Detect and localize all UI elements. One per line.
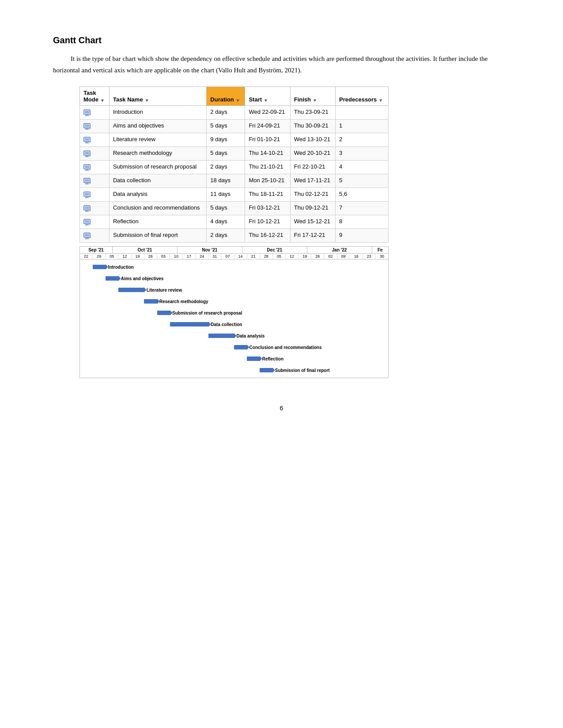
pred-sort-arrow[interactable]: ▼	[378, 98, 383, 103]
start-cell: Thu 16-12-21	[245, 229, 290, 243]
chart-row: Aims and objectives	[80, 273, 388, 284]
col-task-mode: TaskMode ▼	[80, 87, 110, 106]
chart-row: Data collection	[80, 319, 388, 330]
duration-cell: 5 days	[207, 147, 245, 161]
chart-row: Data analysis	[80, 330, 388, 341]
chart-row: Introduction	[80, 261, 388, 273]
task-mode-icon	[83, 204, 91, 212]
duration-cell: 5 days	[207, 202, 245, 215]
pred-cell: 2	[336, 133, 389, 147]
gantt-bar	[208, 334, 234, 338]
pred-cell: 5	[336, 174, 389, 188]
col-start: Start ▼	[245, 87, 290, 106]
duration-sort-arrow[interactable]: ▼	[236, 98, 240, 103]
chart-body: IntroductionAims and objectivesLiteratur…	[80, 259, 388, 378]
week-03a: 03	[157, 254, 170, 259]
task-mode-cell	[80, 188, 110, 202]
task-name-cell: Reflection	[109, 215, 206, 229]
week-14: 14	[234, 254, 247, 259]
gantt-table: TaskMode ▼ Task Name ▼ Duration ▼ Start …	[79, 86, 389, 243]
chart-row: Research methodology	[80, 296, 388, 307]
task-name-cell: Submission of research proposal	[109, 161, 206, 174]
task-mode-icon	[83, 218, 91, 226]
task-mode-icon	[83, 163, 91, 171]
pred-cell: 5,6	[336, 188, 389, 202]
week-09: 09	[337, 254, 350, 259]
svg-rect-26	[85, 179, 89, 182]
task-mode-cell	[80, 229, 110, 243]
gantt-bar	[170, 322, 208, 326]
week-numbers-row: 22 29 05 12 19 26 03 10 17 24 31 07 14 2…	[80, 254, 388, 259]
week-19b: 19	[299, 254, 311, 259]
finish-sort-arrow[interactable]: ▼	[313, 98, 317, 103]
duration-cell: 5 days	[207, 120, 245, 133]
task-mode-sort-arrow[interactable]: ▼	[100, 98, 105, 103]
chart-task-label: Submission of final report	[274, 368, 330, 373]
week-29: 29	[93, 254, 106, 259]
duration-cell: 18 days	[207, 174, 245, 188]
gantt-bar	[118, 288, 144, 292]
pred-cell	[336, 106, 389, 120]
week-19a: 19	[132, 254, 144, 259]
task-mode-icon	[83, 232, 91, 240]
chart-rows-container: IntroductionAims and objectivesLiteratur…	[80, 261, 388, 376]
week-28: 28	[260, 254, 273, 259]
week-26a: 26	[144, 254, 157, 259]
col-task-name: Task Name ▼	[109, 87, 206, 106]
svg-rect-36	[85, 206, 89, 209]
svg-rect-16	[85, 152, 89, 154]
task-mode-icon	[83, 136, 91, 144]
task-mode-cell	[80, 106, 110, 120]
start-cell: Fri 03-12-21	[245, 202, 290, 215]
task-mode-cell	[80, 174, 110, 188]
pred-cell: 9	[336, 229, 389, 243]
finish-cell: Thu 30-09-21	[290, 120, 335, 133]
pred-cell: 8	[336, 215, 389, 229]
chart-row: Literature review	[80, 284, 388, 296]
finish-cell: Wed 17-11-21	[290, 174, 335, 188]
task-name-sort-arrow[interactable]: ▼	[145, 98, 149, 103]
chart-task-label: Data collection	[210, 322, 242, 327]
week-26b: 26	[311, 254, 324, 259]
start-cell: Fri 24-09-21	[245, 120, 290, 133]
chart-task-label: Submission of research proposal	[171, 311, 242, 315]
month-sep: Sep '21	[80, 247, 113, 253]
start-cell: Fri 01-10-21	[245, 133, 290, 147]
chart-row: Submission of research proposal	[80, 307, 388, 319]
finish-cell: Fri 22-10-21	[290, 161, 335, 174]
task-mode-cell	[80, 215, 110, 229]
chart-task-label: Data analysis	[235, 334, 264, 338]
svg-rect-1	[85, 111, 89, 113]
start-cell: Wed 22-09-21	[245, 106, 290, 120]
finish-cell: Wed 15-12-21	[290, 215, 335, 229]
page-title: Gantt Chart	[53, 35, 510, 45]
svg-rect-6	[85, 124, 89, 127]
gantt-chart-area: Sep '21 Oct '21 Nov '21 Dec '21 Jan '22 …	[79, 246, 389, 378]
month-jan: Jan '22	[307, 247, 372, 253]
svg-rect-21	[85, 165, 89, 168]
task-name-cell: Research methodology	[109, 147, 206, 161]
col-duration: Duration ▼	[207, 87, 245, 106]
chart-task-label: Conclusion and recommendations	[249, 345, 322, 350]
page-number: 6	[53, 405, 510, 412]
week-12a: 12	[118, 254, 131, 259]
task-mode-icon	[83, 122, 91, 130]
duration-cell: 2 days	[207, 106, 245, 120]
task-mode-icon	[83, 109, 91, 116]
start-cell: Fri 10-12-21	[245, 215, 290, 229]
chart-task-label: Aims and objectives	[120, 276, 164, 281]
week-05b: 05	[273, 254, 286, 259]
start-cell: Thu 21-10-21	[245, 161, 290, 174]
chart-task-label: Introduction	[107, 265, 134, 270]
svg-rect-11	[85, 138, 89, 141]
task-mode-cell	[80, 147, 110, 161]
pred-cell: 3	[336, 147, 389, 161]
task-name-cell: Submission of final report	[109, 229, 206, 243]
pred-cell: 7	[336, 202, 389, 215]
chart-row: Conclusion and recommendations	[80, 341, 388, 353]
task-mode-cell	[80, 133, 110, 147]
finish-cell: Fri 17-12-21	[290, 229, 335, 243]
start-sort-arrow[interactable]: ▼	[264, 98, 268, 103]
month-feb: Fe	[372, 247, 388, 253]
finish-cell: Wed 13-10-21	[290, 133, 335, 147]
